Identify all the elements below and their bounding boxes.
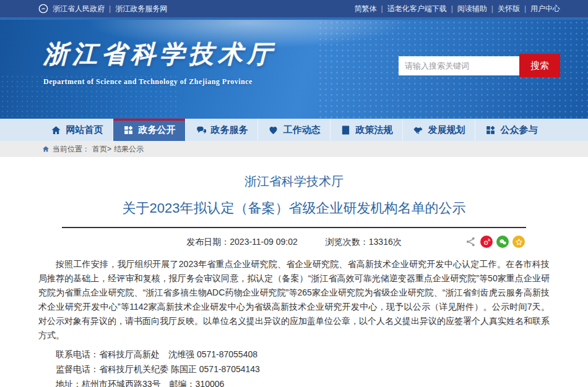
site-search: 搜索 bbox=[399, 54, 560, 77]
share-icon[interactable] bbox=[465, 236, 477, 247]
reading-aid-link[interactable]: 阅读辅助 bbox=[457, 4, 487, 14]
site-banner: 浙江省科学技术厅 Department of Science and Techn… bbox=[0, 20, 588, 119]
article-meta: 发布日期：2023-11-09 09:02 浏览次数：13316次 bbox=[38, 235, 550, 250]
document-icon bbox=[340, 125, 351, 135]
gov-emblem-icon bbox=[38, 4, 48, 14]
nav-item-development-plan[interactable]: 发展规划 bbox=[402, 119, 475, 141]
nav-item-home[interactable]: 网站首页 bbox=[41, 119, 113, 141]
article-title-line2: 关于2023年拟认定（备案）省级企业研发机构名单的公示 bbox=[38, 199, 550, 218]
site-title: 浙江省科学技术厅 bbox=[43, 37, 276, 71]
simplified-traditional-link[interactable]: 简繁体 bbox=[355, 4, 377, 14]
nav-item-gov-open[interactable]: 政务公开 bbox=[113, 119, 185, 141]
site-logo[interactable]: 浙江省科学技术厅 Department of Science and Techn… bbox=[43, 37, 276, 87]
breadcrumb-home-link[interactable]: 首页> bbox=[92, 144, 111, 155]
address: 地址：杭州市环城西路33号 邮编：310006 bbox=[38, 376, 550, 387]
breadcrumb-prefix: 当前位置： bbox=[53, 144, 90, 155]
gov-portal-link[interactable]: 浙江省人民政府 bbox=[53, 4, 105, 14]
view-count: 浏览次数：13316次 bbox=[326, 237, 402, 248]
article-body: 按照工作安排，我厅组织开展了2023年省重点企业研究院、省企业研究院、省高新技术… bbox=[38, 257, 550, 342]
chat-bubbles-icon bbox=[196, 125, 206, 135]
site-subtitle: Department of Science and Technology of … bbox=[43, 77, 276, 87]
user-center-link[interactable]: 用户中心 bbox=[530, 4, 560, 14]
wechat-share-icon[interactable] bbox=[496, 236, 509, 248]
home-small-icon bbox=[42, 145, 50, 153]
article: 浙江省科学技术厅 关于2023年拟认定（备案）省级企业研发机构名单的公示 发布日… bbox=[0, 157, 588, 387]
search-input[interactable] bbox=[399, 56, 519, 75]
home-icon bbox=[51, 125, 61, 135]
contact-info: 联系电话：省科技厅高新处 沈维强 0571-87055408 监督电话：省科技厅… bbox=[38, 347, 550, 387]
article-title-line1: 浙江省科学技术厅 bbox=[38, 173, 550, 190]
search-button[interactable]: 搜索 bbox=[519, 54, 560, 77]
nav-item-work-news[interactable]: 工作动态 bbox=[257, 119, 330, 141]
breadcrumb-current: 结果公示 bbox=[114, 144, 144, 155]
main-nav: 网站首页 政务公开 政务服务 工作动态 政策法规 发展规划 公众参与 bbox=[0, 119, 588, 141]
nav-item-public-participation[interactable]: 公众参与 bbox=[475, 119, 547, 141]
heart-icon bbox=[268, 125, 279, 135]
gov-open-icon bbox=[123, 125, 134, 135]
share-bar bbox=[465, 236, 525, 248]
contact-phone: 联系电话：省科技厅高新处 沈维强 0571-87055408 bbox=[38, 347, 550, 362]
care-version-link[interactable]: 关怀版 bbox=[498, 4, 520, 14]
accessibility-client-link[interactable]: 适老化客户端下载 bbox=[387, 4, 447, 14]
supervision-phone: 监督电话：省科技厅机关纪委 陈国正 0571-87054143 bbox=[38, 362, 550, 376]
gov-service-link[interactable]: 浙江政务服务网 bbox=[115, 4, 167, 14]
handshake-icon bbox=[413, 125, 423, 135]
nav-item-gov-service[interactable]: 政务服务 bbox=[185, 119, 257, 141]
breadcrumb: 当前位置： 首页> 结果公示 bbox=[0, 141, 588, 157]
top-utility-bar: 浙江省人民政府 | 浙江政务服务网 简繁体 | 适老化客户端下载 | 阅读辅助 … bbox=[0, 0, 588, 17]
title-divider bbox=[62, 227, 526, 228]
weibo-share-icon[interactable] bbox=[480, 236, 493, 248]
separator: | bbox=[109, 4, 111, 13]
participate-icon bbox=[485, 125, 496, 135]
favorite-share-icon[interactable] bbox=[512, 236, 525, 248]
publish-date: 发布日期：2023-11-09 09:02 bbox=[186, 237, 298, 248]
nav-item-policy[interactable]: 政策法规 bbox=[330, 119, 402, 141]
